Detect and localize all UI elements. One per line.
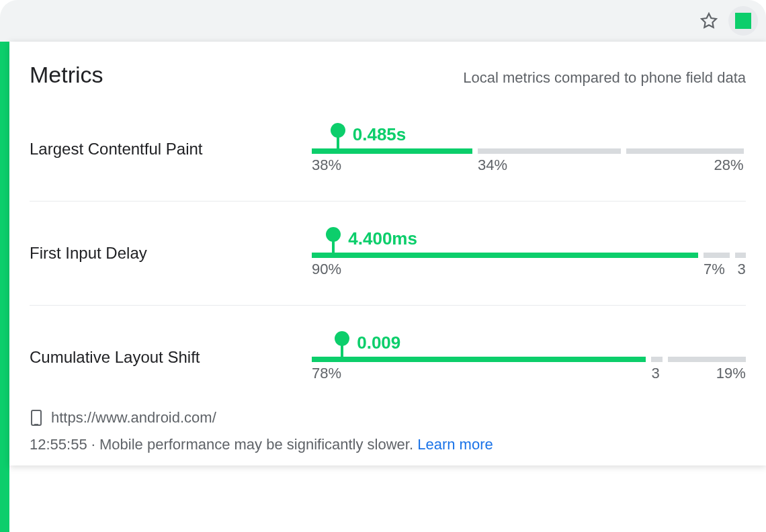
timestamp: 12:55:55 bbox=[30, 436, 87, 453]
bar-segment bbox=[312, 357, 646, 362]
bar-segment bbox=[651, 357, 662, 362]
metric-chart: 4.400ms90%7%3 bbox=[312, 228, 746, 278]
url-row: https://www.android.com/ bbox=[30, 409, 746, 427]
metric-label: Largest Contentful Paint bbox=[30, 140, 312, 159]
page-url: https://www.android.com/ bbox=[51, 409, 216, 427]
distribution-bar bbox=[312, 357, 746, 362]
segment-label: 28% bbox=[626, 157, 743, 174]
bookmark-star-icon[interactable] bbox=[700, 12, 718, 30]
learn-more-link[interactable]: Learn more bbox=[417, 436, 493, 453]
metric-value: 0.485s bbox=[353, 124, 407, 145]
browser-toolbar bbox=[0, 0, 766, 42]
metric-row: First Input Delay4.400ms90%7%3 bbox=[30, 228, 746, 306]
segment-label: 34% bbox=[478, 157, 621, 174]
segment-label: 78% bbox=[312, 365, 646, 382]
background-page-strip bbox=[0, 42, 9, 532]
popup-header: Metrics Local metrics compared to phone … bbox=[30, 62, 746, 88]
metric-chart: 0.485s38%34%28% bbox=[312, 124, 746, 174]
popup-title: Metrics bbox=[30, 62, 103, 88]
extension-badge[interactable] bbox=[728, 6, 758, 36]
bar-segment bbox=[312, 253, 698, 258]
web-vitals-icon bbox=[735, 13, 751, 29]
bar-segment bbox=[312, 148, 472, 154]
bar-segment bbox=[704, 253, 730, 258]
bar-segment bbox=[626, 148, 743, 154]
bar-segment bbox=[478, 148, 621, 154]
metric-row: Largest Contentful Paint0.485s38%34%28% bbox=[30, 124, 746, 202]
segment-label: 7% bbox=[704, 261, 730, 278]
segment-label: 19% bbox=[668, 365, 746, 382]
status-row: 12:55:55 · Mobile performance may be sig… bbox=[30, 436, 746, 453]
distribution-bar bbox=[312, 148, 746, 154]
metric-value: 4.400ms bbox=[348, 228, 417, 249]
svg-marker-0 bbox=[701, 13, 716, 28]
distribution-bar bbox=[312, 253, 746, 258]
metric-label: First Input Delay bbox=[30, 244, 312, 263]
segment-label: 3 bbox=[651, 365, 662, 382]
segment-label: 90% bbox=[312, 261, 698, 278]
metric-value: 0.009 bbox=[357, 332, 400, 353]
bar-segment bbox=[735, 253, 746, 258]
segment-label: 38% bbox=[312, 157, 472, 174]
popup-footer: https://www.android.com/ 12:55:55 · Mobi… bbox=[30, 406, 746, 453]
metric-row: Cumulative Layout Shift0.00978%319% bbox=[30, 332, 746, 398]
metric-chart: 0.00978%319% bbox=[312, 332, 746, 382]
metrics-popup: Metrics Local metrics compared to phone … bbox=[9, 42, 766, 466]
metric-label: Cumulative Layout Shift bbox=[30, 348, 312, 367]
segment-label: 3 bbox=[735, 261, 746, 278]
bar-segment bbox=[668, 357, 746, 362]
status-message: Mobile performance may be significantly … bbox=[99, 436, 417, 453]
popup-subtitle: Local metrics compared to phone field da… bbox=[463, 69, 746, 87]
phone-icon bbox=[31, 410, 42, 426]
